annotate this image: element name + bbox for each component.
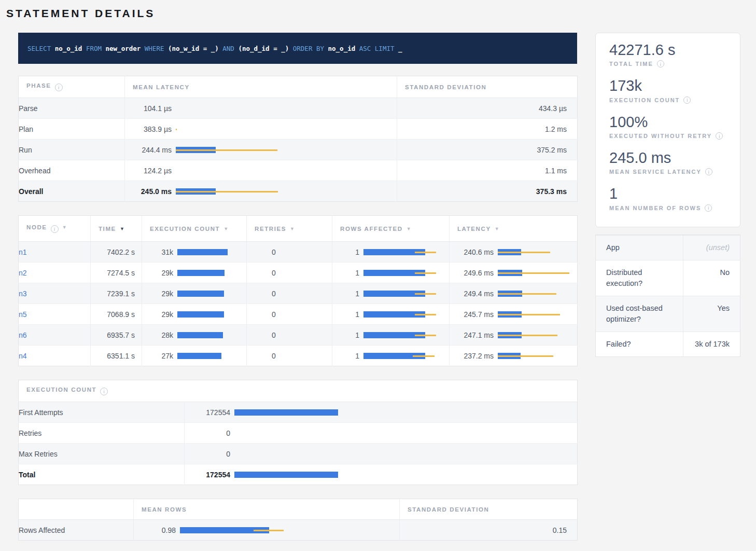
- sql-keyword: WHERE: [141, 45, 164, 52]
- phase-standard-deviation: 434.3 µs: [397, 98, 578, 119]
- bar-mean: [177, 332, 223, 338]
- node-cell: n6: [19, 325, 91, 346]
- retries-cell: 0: [247, 283, 332, 304]
- column-header-phase: PHASEi: [19, 76, 125, 98]
- retries-cell: 0: [247, 304, 332, 325]
- info-icon[interactable]: i: [657, 60, 664, 67]
- sidebar: 42271.6 sTOTAL TIMEi173kEXECUTION COUNTi…: [595, 33, 740, 541]
- main-column: SELECT no_o_id FROM new_order WHERE (no_…: [18, 33, 577, 541]
- node-row: n57068.9 s29k01245.7 ms: [19, 304, 578, 325]
- stat-label: MEAN SERVICE LATENCYi: [609, 168, 726, 175]
- latency-bar: [498, 290, 569, 297]
- rows-affected-row: Rows Affected0.980.15: [19, 520, 578, 541]
- node-link[interactable]: n2: [19, 269, 27, 277]
- info-icon[interactable]: i: [55, 84, 63, 91]
- bar-stddev: [415, 252, 436, 253]
- page-title: STATEMENT DETAILS: [6, 7, 749, 20]
- sql-keyword: ORDER BY: [289, 45, 324, 52]
- rows-affected-bar: [363, 332, 443, 339]
- execution-count-value: 29k: [147, 290, 173, 298]
- execution-count-section: EXECUTION COUNTiFirst Attempts172554Retr…: [18, 380, 577, 485]
- stat-label: MEAN NUMBER OF ROWSi: [609, 204, 726, 212]
- column-header-execution-count[interactable]: EXECUTION COUNT▼: [142, 216, 247, 242]
- phase-row: Run244.4 ms375.2 ms: [19, 140, 578, 160]
- column-header-node[interactable]: NODEi▼: [19, 216, 91, 242]
- bar-mean: [177, 353, 221, 359]
- column-header-rows-affected[interactable]: ROWS AFFECTED▼: [332, 216, 450, 242]
- node-row: n46351.1 s27k01237.2 ms: [19, 346, 578, 366]
- node-cell: n2: [19, 263, 91, 283]
- sort-descending-icon: ▼: [62, 225, 68, 230]
- execution-count-value: 28k: [147, 331, 173, 339]
- sql-identifier: new_order: [102, 45, 141, 52]
- column-header-time[interactable]: TIME▼: [91, 216, 142, 242]
- column-header-standard-deviation: STANDARD DEVIATION: [397, 76, 578, 98]
- stat-label: TOTAL TIMEi: [609, 60, 726, 67]
- bar-stddev: [415, 314, 436, 315]
- phase-standard-deviation: 375.3 ms: [397, 181, 578, 202]
- summary-stat: 42271.6 sTOTAL TIMEi: [609, 42, 726, 67]
- rows-affected-cell: 1: [332, 263, 450, 283]
- bar-stddev: [413, 355, 435, 357]
- column-header-mean-rows: MEAN ROWS: [134, 499, 400, 520]
- node-table-section: NODEi▼TIME▼EXECUTION COUNT▼RETRIES▼ROWS …: [18, 215, 577, 366]
- info-icon[interactable]: i: [705, 168, 712, 175]
- retries-cell: 0: [247, 263, 332, 283]
- info-icon[interactable]: i: [51, 225, 59, 233]
- execution-count-bar: [177, 290, 239, 297]
- bar-stddev: [498, 314, 560, 315]
- latency-bar: [176, 188, 389, 195]
- phase-mean-latency: 104.1 µs: [125, 98, 397, 119]
- rows-affected-cell: 1: [332, 325, 450, 346]
- bar-stddev: [498, 272, 569, 274]
- phase-mean-latency: 245.0 ms: [125, 181, 397, 202]
- latency-cell: 249.4 ms: [450, 283, 578, 304]
- bar-stddev: [415, 293, 436, 295]
- node-link[interactable]: n1: [19, 248, 27, 256]
- time-cell: 7402.2 s: [91, 242, 142, 263]
- node-link[interactable]: n4: [19, 352, 27, 360]
- execution-count-value: 0: [190, 450, 230, 458]
- node-link[interactable]: n5: [19, 310, 27, 319]
- column-header-latency[interactable]: LATENCY▼: [450, 216, 578, 242]
- detail-value: No: [683, 260, 740, 296]
- execution-count-bar: [177, 249, 239, 256]
- phase-mean-latency: 124.2 µs: [125, 160, 397, 181]
- time-cell: 6935.7 s: [91, 325, 142, 346]
- column-header-retries[interactable]: RETRIES▼: [247, 216, 332, 242]
- detail-label: Used cost-based optimizer?: [596, 296, 683, 332]
- info-icon[interactable]: i: [705, 204, 712, 212]
- execution-row-label: First Attempts: [19, 402, 185, 423]
- execution-row-label: Total: [19, 464, 185, 485]
- phase-table-section: PHASEiMEAN LATENCYSTANDARD DEVIATIONPars…: [18, 76, 577, 202]
- info-icon[interactable]: i: [683, 97, 691, 104]
- node-link[interactable]: n6: [19, 331, 27, 339]
- bar-stddev: [498, 252, 550, 253]
- stat-value: 100%: [609, 114, 726, 131]
- latency-bar: [498, 269, 569, 277]
- statement-details-card: App(unset)Distributed execution?NoUsed c…: [595, 235, 740, 357]
- detail-row: Distributed execution?No: [596, 260, 740, 296]
- detail-label: App: [596, 235, 683, 260]
- node-link[interactable]: n3: [19, 290, 27, 298]
- execution-count-value: 172554: [190, 471, 230, 479]
- execution-count-table: EXECUTION COUNTiFirst Attempts172554Retr…: [18, 380, 578, 485]
- rows-affected-value: 1: [338, 290, 359, 298]
- sql-keyword: ASC LIMIT: [355, 45, 394, 52]
- latency-cell: 240.6 ms: [450, 242, 578, 263]
- rows-affected-bar: [363, 311, 443, 318]
- bar-stddev: [498, 355, 553, 357]
- latency-bar: [176, 126, 389, 133]
- execution-count-row: Max Retries0: [19, 444, 578, 464]
- latency-cell: 237.2 ms: [450, 346, 578, 366]
- execution-count-cell: 28k: [142, 325, 247, 346]
- info-icon[interactable]: i: [100, 388, 108, 395]
- node-table: NODEi▼TIME▼EXECUTION COUNT▼RETRIES▼ROWS …: [18, 215, 578, 366]
- latency-bar: [498, 332, 569, 339]
- rows-affected-label: Rows Affected: [19, 520, 134, 541]
- bar-mean: [177, 270, 225, 276]
- phase-name: Overhead: [19, 160, 125, 181]
- execution-count-value: 0: [190, 429, 230, 437]
- retries-cell: 0: [247, 346, 332, 366]
- info-icon[interactable]: i: [716, 132, 723, 140]
